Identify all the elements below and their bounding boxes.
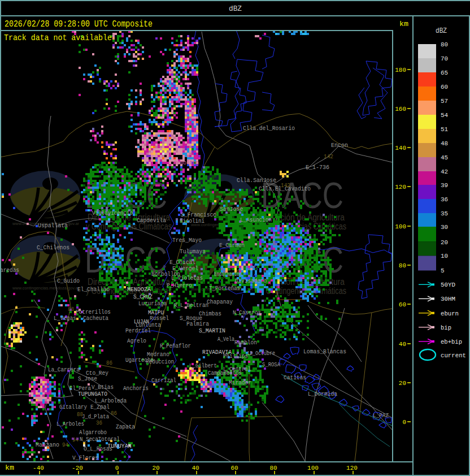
- svg-text:5: 5: [441, 267, 445, 274]
- svg-text:L_PAZ: L_PAZ: [373, 412, 389, 419]
- svg-text:100: 100: [307, 465, 319, 471]
- svg-text:T_Porteñas: T_Porteñas: [209, 285, 240, 292]
- svg-text:42: 42: [441, 168, 448, 175]
- svg-text:La_Carrera: La_Carrera: [48, 366, 80, 373]
- svg-text:Mirador: Mirador: [229, 379, 251, 386]
- svg-text:-20: -20: [72, 465, 83, 471]
- svg-text:120: 120: [395, 184, 406, 191]
- svg-text:Track data not available: Track data not available: [4, 33, 112, 43]
- svg-text:12_Octubre: 12_Octubre: [247, 350, 275, 357]
- svg-text:45: 45: [441, 154, 448, 161]
- svg-text:km: km: [399, 20, 408, 28]
- svg-text:Remolton: Remolton: [174, 159, 199, 166]
- svg-text:2026/02/28 09:28:00 UTC Compos: 2026/02/28 09:28:00 UTC Composite: [5, 19, 153, 29]
- svg-text:www.contingencias.mendoza.gov.: www.contingencias.mendoza.gov.ar: [12, 286, 80, 291]
- svg-text:10: 10: [441, 253, 448, 259]
- svg-text:20: 20: [441, 239, 448, 246]
- svg-text:MENDOZA: MENDOZA: [127, 286, 151, 293]
- svg-text:Campamentos: Campamentos: [208, 370, 242, 377]
- svg-text:39: 39: [441, 182, 448, 189]
- svg-text:80: 80: [269, 465, 277, 471]
- svg-text:80: 80: [399, 262, 406, 269]
- svg-text:30HM: 30HM: [441, 296, 455, 302]
- svg-text:L_Gilbert: L_Gilbert: [189, 362, 217, 369]
- svg-text:142: 142: [281, 182, 290, 189]
- svg-text:bip: bip: [441, 324, 451, 331]
- svg-text:30: 30: [441, 224, 448, 231]
- svg-text:Nicolini: Nicolini: [180, 218, 204, 224]
- svg-text:54: 54: [441, 112, 449, 119]
- svg-text:60: 60: [230, 465, 238, 471]
- svg-text:dBZ: dBZ: [436, 27, 447, 35]
- svg-text:36: 36: [441, 196, 448, 203]
- svg-text:km: km: [5, 464, 14, 472]
- svg-text:Tulumaya: Tulumaya: [180, 248, 206, 255]
- svg-text:E_Carmen: E_Carmen: [219, 242, 245, 249]
- svg-text:R_L_Beltran: R_L_Beltran: [174, 302, 208, 309]
- svg-text:current: current: [441, 352, 466, 359]
- svg-text:eb+bip: eb+bip: [441, 339, 462, 345]
- svg-text:Palmira: Palmira: [186, 321, 209, 327]
- svg-text:Encarnacion: Encarnacion: [214, 271, 242, 278]
- svg-text:94: 94: [62, 442, 68, 448]
- svg-text:Zapata: Zapata: [116, 423, 135, 430]
- svg-text:40: 40: [399, 341, 406, 348]
- svg-text:88: 88: [68, 306, 74, 313]
- svg-text:Catitas: Catitas: [284, 374, 306, 381]
- svg-text:Cacheuta: Cacheuta: [83, 315, 108, 322]
- svg-text:dBZ: dBZ: [229, 5, 242, 13]
- svg-text:TUPUNGATO: TUPUNGATO: [78, 391, 107, 397]
- svg-text:80: 80: [441, 41, 448, 48]
- svg-text:Uspallata: Uspallata: [38, 222, 68, 229]
- svg-text:Lomas_Blancas: Lomas_Blancas: [303, 348, 346, 355]
- svg-text:0: 0: [402, 419, 406, 426]
- svg-text:S_Jose: S_Jose: [78, 375, 97, 382]
- svg-text:Ramblon: Ramblon: [234, 339, 257, 346]
- svg-text:N_SecaTotoral: N_SecaTotoral: [80, 436, 120, 443]
- svg-text:Anchoris: Anchoris: [123, 385, 149, 392]
- svg-text:Algarrobo: Algarrobo: [79, 429, 107, 436]
- svg-text:-40: -40: [33, 465, 44, 471]
- svg-text:51: 51: [441, 126, 449, 133]
- svg-text:Tres_Mayo: Tres_Mayo: [172, 237, 202, 244]
- svg-text:C_Guido: C_Guido: [57, 278, 80, 284]
- svg-text:160: 160: [395, 106, 406, 112]
- svg-text:100: 100: [395, 223, 406, 230]
- svg-text:Clla.del_Rosario: Clla.del_Rosario: [243, 125, 295, 132]
- svg-text:aredas: aredas: [0, 267, 19, 274]
- svg-text:Capdevila: Capdevila: [137, 217, 166, 224]
- svg-text:94: 94: [72, 436, 79, 443]
- svg-text:V_Btias: V_Btias: [92, 384, 114, 391]
- svg-text:Encon: Encon: [331, 142, 348, 149]
- svg-text:L_Dormida: L_Dormida: [308, 391, 337, 397]
- svg-text:0: 0: [115, 465, 119, 471]
- svg-text:70: 70: [441, 55, 448, 62]
- svg-text:60: 60: [399, 301, 406, 308]
- svg-text:Perdriel: Perdriel: [125, 327, 151, 334]
- svg-text:Divisadero: Divisadero: [235, 278, 267, 284]
- svg-text:El_Challao: El_Challao: [77, 286, 110, 293]
- svg-text:L_Arboles: L_Arboles: [56, 421, 84, 427]
- svg-text:SanJose: SanJose: [220, 206, 243, 213]
- svg-text:L_Violetas: L_Violetas: [171, 275, 203, 282]
- svg-text:C_Chilenos: C_Chilenos: [37, 244, 69, 251]
- svg-text:86: 86: [106, 360, 112, 366]
- svg-text:A_Vela: A_Vela: [217, 336, 234, 343]
- svg-text:20: 20: [152, 465, 159, 471]
- svg-text:S_ROSA: S_ROSA: [262, 361, 280, 368]
- svg-text:36: 36: [96, 419, 102, 426]
- svg-text:Luzuriaga: Luzuriaga: [138, 300, 167, 307]
- svg-text:50YD: 50YD: [441, 282, 455, 288]
- svg-text:O_L_Rosas: O_L_Rosas: [84, 445, 112, 452]
- svg-text:Chapanay: Chapanay: [207, 298, 233, 305]
- svg-text:Clla.SanJose: Clla.SanJose: [237, 177, 276, 184]
- svg-text:180: 180: [395, 67, 406, 73]
- svg-text:57: 57: [441, 98, 448, 105]
- svg-text:Russel: Russel: [150, 315, 169, 322]
- svg-text:eburn: eburn: [441, 310, 459, 317]
- svg-text:Phillips: Phillips: [223, 353, 248, 360]
- svg-text:E_1-736: E_1-736: [306, 164, 329, 171]
- svg-text:V_Flores: V_Flores: [72, 455, 98, 461]
- svg-text:S_CRUZ: S_CRUZ: [133, 293, 153, 300]
- svg-text:120: 120: [346, 465, 358, 471]
